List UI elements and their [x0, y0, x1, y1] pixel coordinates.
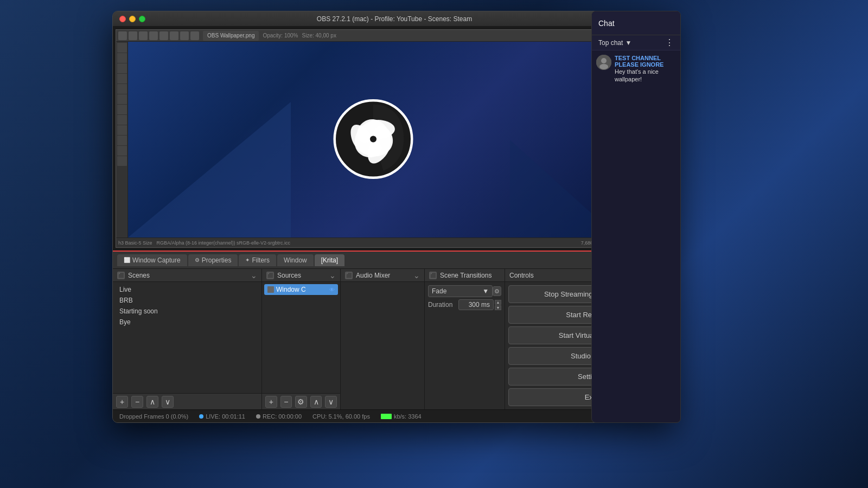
scene-item-live[interactable]: Live	[115, 284, 259, 295]
scene-item-brb[interactable]: BRB	[115, 295, 259, 306]
maximize-button[interactable]	[139, 16, 145, 22]
minimize-button[interactable]	[129, 16, 136, 22]
rec-indicator	[256, 414, 260, 419]
source-window-name: Window C	[276, 286, 327, 293]
krita-tool-btn-6[interactable]	[117, 94, 127, 104]
cpu-status: CPU: 5.1%, 60.00 fps	[312, 413, 370, 420]
source-settings-button[interactable]: ⚙	[295, 396, 307, 408]
chat-message-content-1: TEST CHANNEL PLEASE IGNORE Hey that's a …	[615, 55, 676, 84]
cpu-text: CPU: 5.1%, 60.00 fps	[312, 413, 370, 420]
duration-spinner: ▲ ▼	[495, 300, 501, 310]
audio-mixer-header: ⬛ Audio Mixer ⌄	[341, 269, 424, 282]
krita-tool-4[interactable]	[149, 31, 158, 40]
source-eye-icon[interactable]: 👁	[329, 287, 335, 293]
scenes-panel-controls: + − ∧ ∨	[113, 393, 261, 409]
tab-window-capture-label: Window Capture	[132, 256, 181, 264]
audio-mixer-label: Audio Mixer	[356, 272, 390, 279]
krita-tool-8[interactable]	[190, 31, 199, 40]
krita-tool-btn-1[interactable]	[117, 43, 127, 53]
krita-window: OBS Wallpaper.png Opacity: 100% Size: 40…	[116, 29, 673, 248]
duration-label: Duration	[428, 301, 456, 309]
tab-window[interactable]: Window	[277, 254, 314, 266]
chat-menu-icon[interactable]: ⋮	[665, 37, 674, 48]
krita-canvas[interactable]	[128, 42, 618, 237]
transition-select[interactable]: Fade ▼	[428, 285, 493, 297]
chat-top-text[interactable]: Top chat ▼	[598, 39, 631, 47]
close-button[interactable]	[119, 16, 126, 22]
krita-tool-5[interactable]	[159, 31, 168, 40]
krita-tool-btn-11[interactable]	[117, 146, 127, 156]
controls-label: Controls	[509, 272, 534, 279]
scenes-panel-header: ⬛ Scenes ⌄	[113, 269, 261, 282]
live-time-text: LIVE: 00:01:11	[206, 413, 245, 420]
tab-window-capture[interactable]: ⬜ Window Capture	[117, 254, 187, 266]
audio-mixer-panel: ⬛ Audio Mixer ⌄	[341, 269, 425, 409]
tab-filters[interactable]: ✦ Filters	[239, 254, 276, 266]
krita-status-bar: h3 Basic-5 Size RGBA/Alpha (8-16 integer…	[116, 237, 673, 247]
krita-tool-btn-9[interactable]	[117, 125, 127, 135]
duration-up-button[interactable]: ▲	[495, 300, 501, 305]
scene-down-button[interactable]: ∨	[162, 396, 174, 408]
scene-list: Live BRB Starting soon Bye	[113, 282, 261, 393]
krita-tool-btn-12[interactable]	[117, 156, 127, 166]
rec-status: REC: 00:00:00	[256, 413, 302, 420]
kbps-bar	[381, 414, 392, 419]
chat-avatar-icon	[596, 55, 611, 70]
kbps-text: kb/s: 3364	[394, 413, 422, 420]
tab-properties-label: Properties	[202, 256, 232, 264]
scene-remove-button[interactable]: −	[131, 396, 143, 408]
krita-tool-btn-3[interactable]	[117, 63, 127, 73]
tab-properties[interactable]: ⚙ Properties	[188, 254, 238, 266]
rec-time-text: REC: 00:00:00	[263, 413, 302, 420]
krita-status-middle: RGBA/Alpha (8-16 integer(channel)) sRGB-…	[157, 240, 291, 246]
chat-top-label: Top chat ▼ ⋮	[592, 35, 680, 50]
krita-opacity-label: Opacity: 100%	[263, 33, 298, 38]
sources-panel: ⬛ Sources ⌄ Window C 👁 + −	[262, 269, 341, 409]
krita-tool-btn-2[interactable]	[117, 53, 127, 63]
scene-up-button[interactable]: ∧	[146, 396, 158, 408]
chat-text-1: Hey that's a nice wallpaper!	[615, 68, 676, 84]
source-add-button[interactable]: +	[265, 396, 277, 408]
scene-item-bye[interactable]: Bye	[115, 317, 259, 328]
sources-icon: ⬛	[266, 272, 274, 279]
chat-top-chat-label: Top chat	[598, 39, 623, 47]
scene-item-starting[interactable]: Starting soon	[115, 306, 259, 317]
scenes-panel: ⬛ Scenes ⌄ Live BRB Starting soon Bye + …	[113, 269, 262, 409]
source-up-button[interactable]: ∧	[310, 396, 322, 408]
tab-krita-label: [Krita]	[321, 256, 338, 264]
duration-input[interactable]: 300 ms	[458, 299, 494, 310]
tab-window-label: Window	[284, 256, 307, 264]
krita-tool-btn-5[interactable]	[117, 84, 127, 94]
krita-tool-7[interactable]	[180, 31, 189, 40]
krita-tool-btn-4[interactable]	[117, 74, 127, 84]
krita-tool-1[interactable]	[118, 31, 127, 40]
scenes-expand-icon[interactable]: ⌄	[251, 271, 257, 280]
audio-expand-icon[interactable]: ⌄	[413, 271, 420, 280]
window-capture-icon: ⬜	[124, 257, 130, 263]
source-remove-button[interactable]: −	[280, 396, 292, 408]
audio-icon: ⬛	[345, 272, 353, 279]
transition-settings-button[interactable]: ⚙	[493, 286, 501, 296]
tab-krita[interactable]: [Krita]	[315, 254, 344, 266]
krita-tool-btn-7[interactable]	[117, 105, 127, 114]
transition-chevron-icon: ▼	[482, 287, 489, 295]
transitions-icon: ⬛	[429, 272, 437, 279]
chat-username-1: TEST CHANNEL PLEASE IGNORE	[615, 55, 676, 68]
source-down-button[interactable]: ∨	[325, 396, 337, 408]
dropped-frames-status: Dropped Frames 0 (0.0%)	[119, 413, 188, 420]
source-window-icon	[267, 286, 274, 293]
source-list: Window C 👁	[262, 282, 340, 393]
obs-logo-icon	[333, 98, 414, 179]
scene-add-button[interactable]: +	[116, 396, 128, 408]
krita-tool-2[interactable]	[129, 31, 137, 40]
krita-tool-3[interactable]	[139, 31, 148, 40]
krita-tool-btn-10[interactable]	[117, 136, 127, 145]
chat-message-1: TEST CHANNEL PLEASE IGNORE Hey that's a …	[596, 55, 676, 84]
properties-icon: ⚙	[195, 257, 200, 263]
duration-down-button[interactable]: ▼	[495, 305, 501, 310]
sources-expand-icon[interactable]: ⌄	[329, 271, 336, 280]
krita-tool-6[interactable]	[170, 31, 178, 40]
krita-tool-btn-8[interactable]	[117, 115, 127, 125]
krita-size-label: Size: 40,00 px	[302, 33, 336, 38]
source-item-window-c[interactable]: Window C 👁	[264, 284, 338, 295]
